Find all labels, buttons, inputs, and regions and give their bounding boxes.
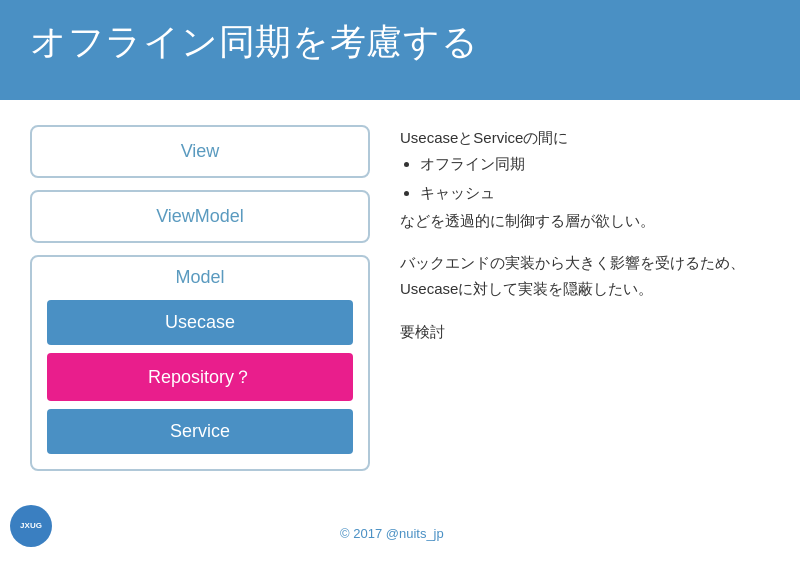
model-group-label: Model xyxy=(47,267,353,292)
copyright-text: © 2017 @nuits_jp xyxy=(340,526,444,541)
detail-line2: Usecaseに対して実装を隠蔽したい。 xyxy=(400,276,770,302)
jxug-label: JXUG xyxy=(20,522,42,531)
model-group-box: Model Usecase Repository？ Service xyxy=(30,255,370,471)
viewmodel-box: ViewModel xyxy=(30,190,370,243)
service-label: Service xyxy=(170,421,230,441)
note-text: 要検討 xyxy=(400,323,445,340)
service-box: Service xyxy=(47,409,353,454)
text-column: UsecaseとServiceの間に オフライン同期 キャッシュ などを透過的に… xyxy=(400,120,770,545)
viewmodel-label: ViewModel xyxy=(156,206,244,226)
detail-line1: バックエンドの実装から大きく影響を受けるため、 xyxy=(400,250,770,276)
header: オフライン同期を考慮する xyxy=(0,0,800,100)
view-label: View xyxy=(181,141,220,161)
view-box: View xyxy=(30,125,370,178)
intro-line: UsecaseとServiceの間に xyxy=(400,129,568,146)
detail-block: バックエンドの実装から大きく影響を受けるため、 Usecaseに対して実装を隠蔽… xyxy=(400,250,770,303)
note-block: 要検討 xyxy=(400,319,770,345)
diagram-column: View ViewModel Model Usecase Repository？… xyxy=(30,120,370,545)
repository-box: Repository？ xyxy=(47,353,353,401)
bullet-1: オフライン同期 xyxy=(420,151,770,177)
main-content: View ViewModel Model Usecase Repository？… xyxy=(0,100,800,565)
bullet-2: キャッシュ xyxy=(420,180,770,206)
repository-label: Repository？ xyxy=(148,367,252,387)
page-title: オフライン同期を考慮する xyxy=(30,18,770,67)
jxug-badge: JXUG xyxy=(10,505,52,547)
outro-line: などを透過的に制御する層が欲しい。 xyxy=(400,212,655,229)
intro-block: UsecaseとServiceの間に オフライン同期 キャッシュ などを透過的に… xyxy=(400,125,770,234)
usecase-label: Usecase xyxy=(165,312,235,332)
usecase-box: Usecase xyxy=(47,300,353,345)
